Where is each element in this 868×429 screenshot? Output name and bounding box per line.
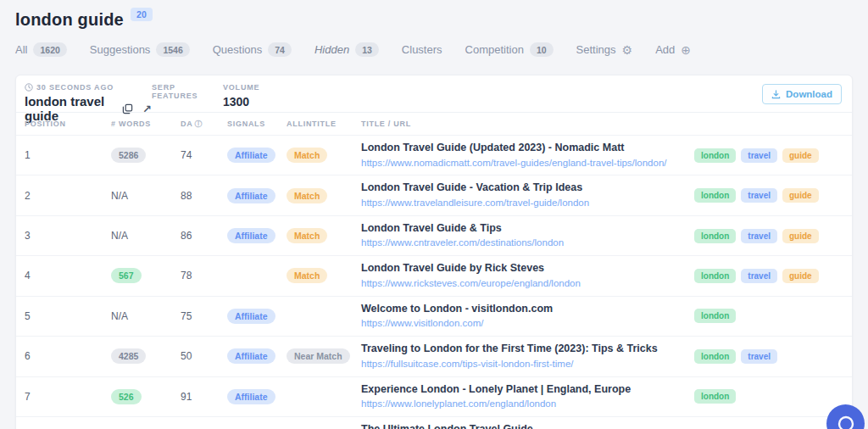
- table-row: 6428550AffiliateNear MatchTraveling to L…: [16, 336, 852, 376]
- tags-cell: londontravelguide: [694, 269, 843, 283]
- keyword-tag[interactable]: travel: [741, 148, 777, 163]
- table-row: 2N/A88AffiliateMatchLondon Travel Guide …: [16, 175, 852, 214]
- allintitle-badge: Match: [287, 268, 327, 283]
- col-signals: Signals: [227, 120, 287, 128]
- result-url[interactable]: https://www.cntraveler.com/destinations/…: [361, 237, 694, 249]
- result-url[interactable]: https://www.visitlondon.com/: [361, 318, 694, 330]
- result-title[interactable]: London Travel Guide by Rick Steves: [361, 262, 694, 276]
- result-url[interactable]: https://www.lonelyplanet.com/england/lon…: [361, 398, 694, 410]
- col-title-url: Title / URL: [361, 120, 694, 128]
- tab-questions[interactable]: Questions74: [213, 42, 292, 57]
- tab-settings[interactable]: Settings⚙: [576, 43, 633, 56]
- keyword-tag[interactable]: london: [694, 349, 736, 364]
- result-cell: The Ultimate London Travel Guidehttps://…: [361, 417, 694, 429]
- position-value: 7: [25, 391, 111, 403]
- info-icon[interactable]: ⓘ: [194, 119, 203, 130]
- keyword-tag[interactable]: guide: [782, 148, 819, 163]
- result-title[interactable]: London Travel Guide & Tips: [361, 222, 694, 236]
- tab-clusters[interactable]: Clusters: [402, 43, 442, 56]
- position-value: 1: [25, 149, 111, 161]
- result-url[interactable]: https://fullsuitcase.com/tips-visit-lond…: [361, 359, 694, 370]
- result-url[interactable]: https://www.nomadicmatt.com/travel-guide…: [361, 158, 694, 170]
- card-header: 30 seconds ago london travel guide ↗ SER…: [16, 75, 852, 113]
- word-count-badge: 5286: [111, 148, 146, 163]
- clock-icon: [25, 83, 33, 92]
- allintitle-cell: Match: [287, 148, 361, 163]
- words-cell: N/A: [111, 230, 181, 242]
- keyword-tag[interactable]: travel: [741, 349, 777, 364]
- keyword-tag[interactable]: travel: [741, 229, 777, 243]
- tab-count-badge: 1620: [33, 42, 66, 57]
- download-label: Download: [786, 89, 832, 99]
- tab-competition[interactable]: Competition10: [465, 42, 554, 57]
- page: london guide 20 All1620Suggestions1546Qu…: [0, 0, 868, 429]
- tab-label: Add: [655, 43, 675, 56]
- words-cell: 5286: [111, 148, 181, 163]
- keyword-tag[interactable]: guide: [782, 229, 819, 243]
- table-row: 3N/A86AffiliateMatchLondon Travel Guide …: [16, 215, 852, 255]
- tags-cell: london: [694, 389, 843, 404]
- result-title[interactable]: The Ultimate London Travel Guide: [361, 423, 694, 429]
- da-value: 74: [181, 149, 227, 161]
- allintitle-badge: Near Match: [287, 348, 350, 364]
- signal-badge: Affiliate: [227, 228, 275, 243]
- table-row: 1528674AffiliateMatchLondon Travel Guide…: [16, 135, 852, 175]
- table-body: 1528674AffiliateMatchLondon Travel Guide…: [16, 135, 852, 429]
- keyword-tag[interactable]: london: [694, 229, 736, 243]
- result-title[interactable]: Traveling to London for the First Time (…: [361, 343, 694, 356]
- copy-icon[interactable]: [122, 103, 133, 114]
- words-cell: 567: [111, 268, 181, 283]
- volume-value: 1300: [223, 95, 259, 109]
- words-cell: 4285: [111, 348, 181, 364]
- words-cell: N/A: [111, 190, 181, 202]
- keyword-tag[interactable]: travel: [741, 188, 777, 203]
- col-words: # Words: [111, 120, 181, 128]
- result-url[interactable]: https://www.ricksteves.com/europe/englan…: [361, 278, 694, 290]
- tab-all[interactable]: All1620: [15, 42, 67, 57]
- signal-badge: Affiliate: [227, 389, 275, 404]
- tab-label: Clusters: [402, 43, 442, 56]
- result-title[interactable]: London Travel Guide (Updated 2023) - Nom…: [361, 142, 694, 155]
- keyword-tag[interactable]: travel: [741, 269, 777, 283]
- result-title[interactable]: Welcome to London - visitlondon.com: [361, 303, 694, 316]
- timestamp: 30 seconds ago: [25, 83, 152, 92]
- tab-add[interactable]: Add⊕: [655, 43, 691, 56]
- keyword-tag[interactable]: london: [694, 309, 736, 323]
- tab-label: Hidden: [314, 43, 349, 56]
- result-cell: Traveling to London for the First Time (…: [361, 337, 694, 376]
- result-cell: Experience London - Lonely Planet | Engl…: [361, 377, 694, 416]
- keyword-tag[interactable]: london: [694, 148, 736, 163]
- keyword-tag[interactable]: london: [694, 389, 736, 404]
- keyword-tag[interactable]: london: [694, 269, 736, 283]
- tab-hidden[interactable]: Hidden13: [314, 42, 379, 57]
- keyword-text: london travel guide: [25, 94, 116, 123]
- signal-badge: Affiliate: [227, 188, 275, 203]
- col-position: Position: [25, 120, 111, 128]
- words-cell: N/A: [111, 310, 181, 322]
- timestamp-text: 30 seconds ago: [36, 83, 114, 92]
- position-value: 6: [25, 350, 111, 362]
- allintitle-cell: Near Match: [287, 348, 361, 364]
- result-cell: London Travel Guide by Rick Steveshttps:…: [361, 256, 694, 295]
- position-value: 3: [25, 230, 111, 242]
- signal-badge: Affiliate: [227, 148, 275, 163]
- result-title[interactable]: Experience London - Lonely Planet | Engl…: [361, 383, 694, 397]
- download-button[interactable]: Download: [762, 84, 842, 104]
- keyword-tag[interactable]: london: [694, 188, 736, 203]
- position-value: 2: [25, 190, 111, 202]
- keyword-tag[interactable]: guide: [782, 188, 819, 203]
- result-title[interactable]: London Travel Guide - Vacation & Trip Id…: [361, 181, 694, 195]
- keyword-count-badge: 20: [131, 8, 153, 21]
- col-da: DA ⓘ: [181, 119, 227, 130]
- tab-suggestions[interactable]: Suggestions1546: [90, 42, 190, 57]
- result-cell: London Travel Guide (Updated 2023) - Nom…: [361, 136, 694, 175]
- tab-label: Settings: [576, 43, 616, 56]
- word-count-badge: 4285: [111, 348, 146, 364]
- keyword-tag[interactable]: guide: [782, 269, 819, 283]
- table-row: 8253060AffiliateMatchThe Ultimate London…: [16, 416, 852, 429]
- signals-cell: Affiliate: [227, 348, 287, 364]
- open-serp-icon[interactable]: ↗: [142, 103, 152, 115]
- tab-label: Questions: [213, 43, 263, 56]
- result-url[interactable]: https://www.travelandleisure.com/travel-…: [361, 198, 694, 209]
- result-cell: London Travel Guide - Vacation & Trip Id…: [361, 176, 694, 214]
